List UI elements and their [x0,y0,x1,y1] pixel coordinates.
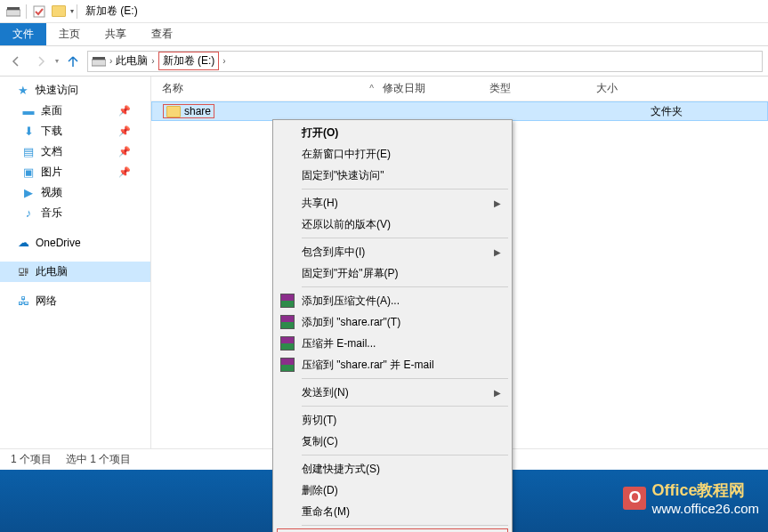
watermark-title: Office教程网 [651,480,759,501]
breadcrumb-drive[interactable]: 新加卷 (E:) [158,52,220,70]
checkbox-icon[interactable] [29,2,49,21]
up-button[interactable] [62,51,84,72]
divider [77,4,77,19]
menu-compress-email[interactable]: 压缩并 E-mail... [275,333,510,354]
sidebar-onedrive[interactable]: ☁ OneDrive [0,232,150,253]
forward-button[interactable] [30,51,52,72]
window-title: 新加卷 (E:) [85,4,138,19]
sidebar-label: OneDrive [36,237,81,249]
sidebar-label: 桌面 [41,103,62,118]
highlighted-file: share [163,104,214,118]
tab-file[interactable]: 文件 [0,23,46,45]
document-icon: ▤ [21,145,36,159]
back-button[interactable] [5,51,27,72]
nav-bar: ▾ › 此电脑 › 新加卷 (E:) › [0,46,768,77]
file-type: 文件夹 [651,104,683,119]
chevron-right-icon: ▶ [494,198,501,208]
sidebar-quick-access[interactable]: ★ 快速访问 [0,80,150,101]
sidebar-this-pc[interactable]: 🖳 此电脑 [0,262,150,282]
sidebar-label: 视频 [41,185,62,200]
folder-icon [166,106,181,117]
menu-pin-start[interactable]: 固定到"开始"屏幕(P) [275,262,510,284]
file-name-cell: share [152,104,384,118]
network-icon: 🖧 [16,294,30,309]
col-type[interactable]: 类型 [489,81,596,96]
menu-restore-versions[interactable]: 还原以前的版本(V) [275,214,510,235]
file-name: share [184,105,211,117]
download-icon: ⬇ [21,125,36,139]
col-size[interactable]: 大小 [596,81,650,96]
chevron-right-icon[interactable]: › [109,56,112,66]
sidebar-network[interactable]: 🖧 网络 [0,291,150,311]
menu-copy[interactable]: 复制(C) [275,431,510,452]
menu-add-share-rar[interactable]: 添加到 "share.rar"(T) [275,311,510,333]
chevron-right-icon[interactable]: › [222,56,225,66]
menu-pin-quick-access[interactable]: 固定到"快速访问" [275,165,510,186]
sidebar-label: 文档 [41,144,62,159]
breadcrumb-pc[interactable]: 此电脑 [116,53,148,69]
highlighted-menu-item: 属性(R) [277,528,508,532]
svg-rect-1 [7,7,20,10]
desktop-icon: ▬ [21,104,36,118]
sidebar-label: 音乐 [41,206,62,221]
breadcrumb[interactable]: › 此电脑 › 新加卷 (E:) › [87,51,763,72]
ribbon-tabs: 文件 主页 共享 查看 [0,23,768,46]
file-row[interactable]: share 文件夹 [151,101,768,121]
recent-dropdown-icon[interactable]: ▾ [55,57,59,65]
music-icon: ♪ [21,206,36,221]
sidebar-label: 此电脑 [36,264,68,279]
sidebar-documents[interactable]: ▤ 文档 📌 [0,141,150,162]
menu-include-library[interactable]: 包含到库中(I)▶ [275,241,510,262]
titlebar: ▾ 新加卷 (E:) [0,0,768,23]
sidebar-music[interactable]: ♪ 音乐 [0,203,150,223]
status-selected: 选中 1 个项目 [66,452,131,467]
col-date[interactable]: 修改日期 [383,81,489,96]
sidebar-desktop[interactable]: ▬ 桌面 📌 [0,101,150,121]
svg-rect-4 [93,57,105,60]
breadcrumb-drive-icon [92,56,106,67]
winrar-icon [280,315,295,329]
office-logo-icon: O [623,487,646,510]
separator [302,238,508,238]
status-count: 1 个项目 [11,452,52,467]
menu-open-new-window[interactable]: 在新窗口中打开(E) [275,143,510,165]
col-name[interactable]: 名称 ^ [151,81,383,96]
sidebar: ★ 快速访问 ▬ 桌面 📌 ⬇ 下载 📌 ▤ 文档 📌 ▣ 图片 📌 ▶ 视频 [0,77,151,511]
separator [302,455,508,455]
menu-send-to[interactable]: 发送到(N)▶ [275,382,510,403]
menu-compress-share-email[interactable]: 压缩到 "share.rar" 并 E-mail [275,354,510,375]
separator [302,406,508,407]
separator [302,378,508,379]
menu-add-archive[interactable]: 添加到压缩文件(A)... [275,290,510,311]
watermark-url: www.office26.com [651,501,759,516]
winrar-icon [280,294,295,308]
chevron-right-icon: ▶ [494,388,501,398]
folder-title-icon [49,2,69,21]
menu-cut[interactable]: 剪切(T) [275,409,510,431]
sidebar-pictures[interactable]: ▣ 图片 📌 [0,162,150,182]
winrar-icon [280,358,295,372]
sidebar-downloads[interactable]: ⬇ 下载 📌 [0,121,150,141]
col-label: 名称 [162,81,183,96]
column-headers: 名称 ^ 修改日期 类型 大小 [151,77,768,101]
tab-view[interactable]: 查看 [139,23,185,45]
divider [26,4,27,19]
videos-icon: ▶ [21,186,36,200]
pin-icon: 📌 [118,166,131,178]
menu-share[interactable]: 共享(H)▶ [275,192,510,214]
chevron-right-icon[interactable]: › [151,56,154,66]
menu-open[interactable]: 打开(O) [275,122,510,143]
watermark: O Office教程网 www.office26.com [623,480,759,516]
star-icon: ★ [16,84,30,98]
dropdown-arrow-icon[interactable]: ▾ [70,7,74,15]
separator [302,189,508,189]
svg-rect-3 [92,60,106,66]
separator [302,525,508,526]
tab-home[interactable]: 主页 [46,23,93,45]
sidebar-videos[interactable]: ▶ 视频 [0,182,150,203]
menu-rename[interactable]: 重命名(M) [275,501,510,522]
menu-create-shortcut[interactable]: 创建快捷方式(S) [275,458,510,480]
pin-icon: 📌 [118,125,131,137]
menu-delete[interactable]: 删除(D) [275,480,510,501]
tab-share[interactable]: 共享 [93,23,139,45]
